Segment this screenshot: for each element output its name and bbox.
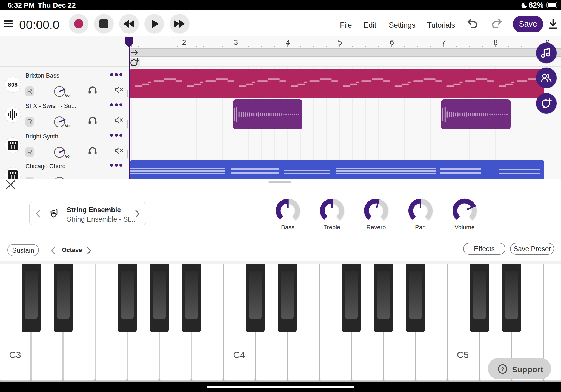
svg-text:?: ? [501,366,505,372]
